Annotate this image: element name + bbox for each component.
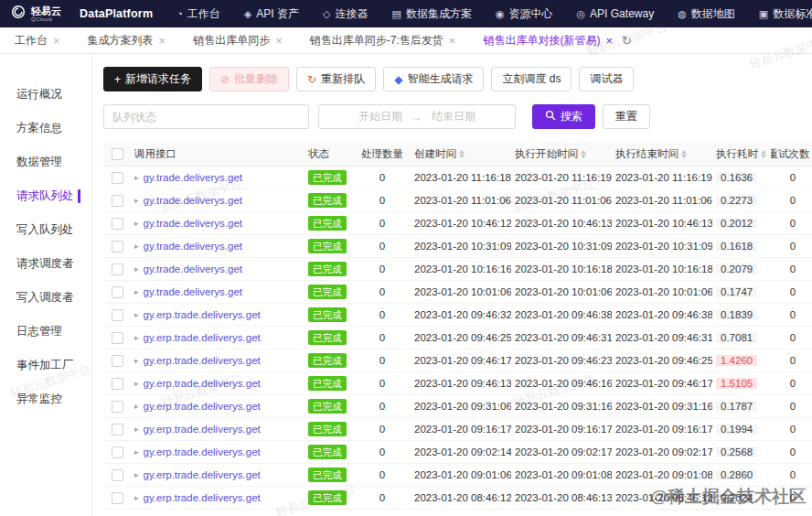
api-link[interactable]: gy.trade.deliverys.get [144,286,242,297]
sidebar-item[interactable]: 运行概况 [0,78,91,112]
api-link[interactable]: gy.erp.trade.deliverys.get [144,424,261,435]
row-checkbox[interactable] [112,218,123,230]
tab-refresh-icon[interactable]: ↻ [622,34,632,48]
expand-caret-icon[interactable]: ▸ [134,402,139,411]
row-checkbox[interactable] [112,424,123,435]
tab[interactable]: 销售出库单对接(新管易) × ↻ [483,33,632,48]
row-checkbox[interactable] [112,469,123,481]
tab[interactable]: 销售出库单同步-7:售后发货 × [310,33,456,48]
sidebar-item[interactable]: 写入队列处 [0,213,91,247]
row-checkbox[interactable] [112,309,123,321]
expand-caret-icon[interactable]: ▸ [134,196,139,205]
row-checkbox[interactable] [112,241,123,253]
search-button[interactable]: 搜索 [532,104,595,129]
expand-caret-icon[interactable]: ▸ [134,264,139,274]
expand-caret-icon[interactable]: ▸ [134,333,139,342]
tab[interactable]: 销售出库单同步 × [193,33,283,48]
sidebar-item[interactable]: 数据管理 [0,145,91,179]
expand-caret-icon[interactable]: ▸ [134,242,139,251]
row-checkbox[interactable] [112,263,123,275]
brand-logo-icon [11,5,26,23]
expand-caret-icon[interactable]: ▸ [134,470,139,479]
api-link[interactable]: gy.trade.deliverys.get [144,218,242,229]
schedule-now-button[interactable]: 立刻调度 ds [491,67,572,91]
sidebar-item[interactable]: 写入调度者 [0,281,91,315]
tab-close-icon[interactable]: × [275,35,283,47]
row-checkbox[interactable] [112,378,123,390]
queue-status-input[interactable] [103,104,309,129]
row-checkbox[interactable] [112,355,123,367]
sort-icon[interactable] [761,150,766,158]
tab-close-icon[interactable]: × [159,35,166,47]
api-link[interactable]: gy.erp.trade.deliverys.get [144,332,261,343]
smart-generate-button[interactable]: ◆ 智能生成请求 [383,67,484,91]
navbar-item[interactable]: ◈ API 资产 [244,6,299,22]
navbar-item[interactable]: ◔ 工作台 [176,6,220,22]
sidebar-item[interactable]: 异常监控 [0,382,91,416]
sort-icon[interactable] [459,150,465,158]
tab[interactable]: 集成方案列表 × [88,33,166,48]
expand-caret-icon[interactable]: ▸ [134,447,139,457]
retries-cell: 0 [771,263,812,274]
requeue-button[interactable]: ↻ 重新排队 [296,67,376,91]
tab-close-icon[interactable]: × [449,35,456,47]
expand-caret-icon[interactable]: ▸ [134,493,139,502]
navbar-item[interactable]: ◉ 资源中心 [496,6,553,22]
batch-delete-button[interactable]: ⊘ 批量删除 [209,67,289,91]
row-checkbox[interactable] [112,286,123,298]
expand-caret-icon[interactable]: ▸ [134,287,139,296]
expand-caret-icon[interactable]: ▸ [134,425,139,434]
row-checkbox[interactable] [112,492,123,504]
tab-close-icon[interactable]: × [605,35,613,47]
sort-icon[interactable] [581,150,586,158]
sidebar-item[interactable]: 日志管理 [0,315,91,349]
api-link[interactable]: gy.erp.trade.deliverys.get [144,401,261,412]
row-checkbox[interactable] [112,172,123,184]
sidebar-item[interactable]: 事件加工厂 [0,349,91,382]
resource-center-icon: ◉ [496,8,505,20]
sidebar-item[interactable]: 方案信息 [0,112,91,145]
api-link[interactable]: gy.trade.deliverys.get [144,195,242,206]
navbar-item[interactable]: ◇ 连接器 [323,6,368,22]
navbar-item[interactable]: ◎ API Gateway [577,7,655,20]
queue-table: 调用接口 状态 处理数量 创建时间 执行开始时间 执行结束时间 执行耗时 重试次… [103,142,812,510]
expand-caret-icon[interactable]: ▸ [134,173,139,182]
column-header: 调用接口 [134,147,176,161]
navbar-item[interactable]: ▣ 数据标准 [759,6,812,22]
reset-button[interactable]: 重置 [603,104,650,129]
created-time-cell: 2023-01-20 10:01:06 [411,286,511,297]
api-link[interactable]: gy.trade.deliverys.get [144,263,242,274]
count-cell: 0 [354,172,411,183]
sort-icon[interactable] [681,150,687,158]
row-checkbox[interactable] [112,195,123,207]
tab[interactable]: 工作台 × [15,33,60,48]
api-link[interactable]: gy.erp.trade.deliverys.get [144,446,261,457]
sidebar-item[interactable]: 请求调度者 [0,247,91,281]
expand-caret-icon[interactable]: ▸ [134,310,139,319]
brand-logo[interactable]: 轻易云 QCloud [11,5,61,23]
retries-cell: 0 [771,332,812,343]
row-checkbox[interactable] [112,332,123,344]
expand-caret-icon[interactable]: ▸ [134,219,139,228]
sidebar-item[interactable]: 请求队列处 [0,179,91,213]
navbar-item[interactable]: ▤ 数据集成方案 [391,6,471,22]
expand-caret-icon[interactable]: ▸ [134,356,139,365]
row-checkbox[interactable] [112,401,123,413]
api-link[interactable]: gy.erp.trade.deliverys.get [144,378,261,389]
navbar-item[interactable]: ◍ 数据地图 [678,6,735,22]
select-all-checkbox[interactable] [112,148,123,160]
add-request-task-button[interactable]: + 新增请求任务 [103,67,202,91]
expand-caret-icon[interactable]: ▸ [134,379,139,388]
api-link[interactable]: gy.erp.trade.deliverys.get [144,355,261,366]
refresh-icon: ↻ [307,74,316,85]
tab-close-icon[interactable]: × [53,35,60,47]
api-link[interactable]: gy.trade.deliverys.get [144,241,242,252]
api-link[interactable]: gy.erp.trade.deliverys.get [144,309,261,320]
api-link[interactable]: gy.erp.trade.deliverys.get [144,469,261,480]
api-link[interactable]: gy.trade.deliverys.get [144,172,242,183]
api-link[interactable]: gy.erp.trade.deliverys.get [144,492,261,503]
debugger-button[interactable]: 调试器 [579,67,634,91]
date-range-picker[interactable]: 开始日期 → 结束日期 [318,104,516,129]
row-checkbox[interactable] [112,446,123,458]
connector-icon: ◇ [323,8,330,20]
